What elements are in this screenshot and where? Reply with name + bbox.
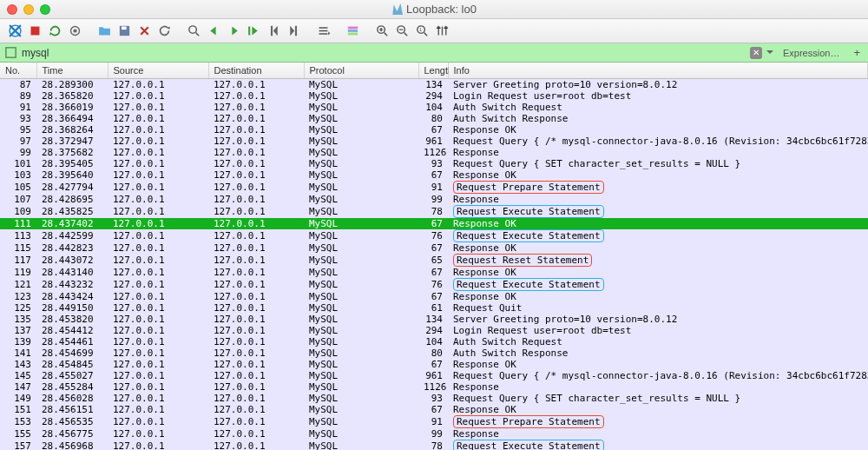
packet-row[interactable]: 15328.456535127.0.0.1127.0.0.1MySQL91Req… bbox=[0, 415, 868, 428]
expression-button[interactable]: Expression… bbox=[778, 48, 845, 58]
go-back-button[interactable] bbox=[204, 22, 223, 41]
start-capture-button[interactable] bbox=[5, 22, 24, 41]
open-file-button[interactable] bbox=[95, 22, 114, 41]
packet-row[interactable]: 9328.366494127.0.0.1127.0.0.1MySQL80Auth… bbox=[0, 113, 868, 124]
auto-scroll-button[interactable] bbox=[313, 22, 332, 41]
annotated-info: Request Execute Statement bbox=[453, 440, 604, 451]
svg-rect-7 bbox=[248, 27, 250, 36]
packet-row[interactable]: 11928.443140127.0.0.1127.0.0.1MySQL67Res… bbox=[0, 267, 868, 278]
column-info-header[interactable]: Info bbox=[448, 63, 868, 78]
packet-row[interactable]: 11328.442599127.0.0.1127.0.0.1MySQL76Req… bbox=[0, 229, 868, 242]
annotated-info: Request Execute Statement bbox=[453, 278, 604, 291]
close-file-button[interactable] bbox=[135, 22, 154, 41]
packet-row[interactable]: 10928.435825127.0.0.1127.0.0.1MySQL78Req… bbox=[0, 205, 868, 218]
packet-row[interactable]: 15728.456968127.0.0.1127.0.0.1MySQL78Req… bbox=[0, 440, 868, 451]
svg-point-6 bbox=[188, 26, 196, 33]
packet-row[interactable]: 10728.428695127.0.0.1127.0.0.1MySQL99Res… bbox=[0, 194, 868, 205]
annotated-info: Request Prepare Statement bbox=[453, 181, 604, 194]
window-title: Loopback: lo0 bbox=[406, 3, 477, 16]
packet-row[interactable]: 12528.449150127.0.0.1127.0.0.1MySQL61Req… bbox=[0, 302, 868, 314]
packet-row[interactable]: 13728.454412127.0.0.1127.0.0.1MySQL294Lo… bbox=[0, 325, 868, 336]
reload-button[interactable] bbox=[155, 22, 174, 41]
packet-row[interactable]: 13928.454461127.0.0.1127.0.0.1MySQL104Au… bbox=[0, 336, 868, 347]
packet-row[interactable]: 9128.366019127.0.0.1127.0.0.1MySQL104Aut… bbox=[0, 102, 868, 113]
packet-row[interactable]: 10128.395405127.0.0.1127.0.0.1MySQL93Req… bbox=[0, 158, 868, 169]
capture-options-button[interactable] bbox=[65, 22, 84, 41]
packet-table: No. Time Source Destination Protocol Len… bbox=[0, 63, 868, 450]
zoom-out-button[interactable] bbox=[392, 22, 411, 41]
annotated-info: Request Reset Statement bbox=[453, 254, 592, 267]
resize-columns-button[interactable] bbox=[432, 22, 451, 41]
main-toolbar: 1 bbox=[0, 19, 868, 43]
clear-filter-button[interactable]: ✕ bbox=[750, 47, 762, 59]
packet-row[interactable]: 12328.443424127.0.0.1127.0.0.1MySQL67Res… bbox=[0, 291, 868, 302]
display-filter-bar: ✕ Expression… + bbox=[0, 43, 868, 63]
column-no-header[interactable]: No. bbox=[0, 63, 36, 78]
save-file-button[interactable] bbox=[115, 22, 134, 41]
annotated-info: Request Execute Statement bbox=[453, 205, 604, 218]
packet-row[interactable]: 12128.443232127.0.0.1127.0.0.1MySQL76Req… bbox=[0, 278, 868, 291]
svg-rect-9 bbox=[347, 30, 357, 32]
packet-row[interactable]: 8728.289300127.0.0.1127.0.0.1MySQL134Ser… bbox=[0, 78, 868, 90]
go-forward-button[interactable] bbox=[224, 22, 243, 41]
svg-text:1: 1 bbox=[418, 27, 421, 32]
column-source-header[interactable]: Source bbox=[108, 63, 208, 78]
colorize-button[interactable] bbox=[343, 22, 362, 41]
bookmark-filter-button[interactable] bbox=[3, 45, 18, 61]
packet-row[interactable]: 9928.375682127.0.0.1127.0.0.1MySQL1126Re… bbox=[0, 147, 868, 158]
svg-rect-8 bbox=[347, 27, 357, 30]
packet-row[interactable]: 14328.454845127.0.0.1127.0.0.1MySQL67Res… bbox=[0, 359, 868, 370]
window-minimize-button[interactable] bbox=[23, 4, 34, 15]
add-filter-tab-button[interactable]: + bbox=[848, 46, 865, 59]
svg-point-3 bbox=[73, 29, 76, 32]
window-titlebar: Loopback: lo0 bbox=[0, 0, 868, 19]
svg-rect-5 bbox=[121, 27, 126, 30]
packet-row[interactable]: 14928.456028127.0.0.1127.0.0.1MySQL93Req… bbox=[0, 393, 868, 404]
column-length-header[interactable]: Length bbox=[418, 63, 448, 78]
packet-row[interactable]: 15128.456151127.0.0.1127.0.0.1MySQL67Res… bbox=[0, 404, 868, 415]
packet-row[interactable]: 8928.365820127.0.0.1127.0.0.1MySQL294Log… bbox=[0, 90, 868, 102]
packet-row[interactable]: 11528.442823127.0.0.1127.0.0.1MySQL67Res… bbox=[0, 242, 868, 254]
annotated-info: Request Prepare Statement bbox=[453, 415, 604, 428]
filter-dropdown-button[interactable] bbox=[766, 48, 774, 58]
restart-capture-button[interactable] bbox=[45, 22, 64, 41]
packet-row[interactable]: 15528.456775127.0.0.1127.0.0.1MySQL99Res… bbox=[0, 428, 868, 440]
annotated-info: Request Execute Statement bbox=[453, 229, 604, 242]
column-destination-header[interactable]: Destination bbox=[208, 63, 304, 78]
window-close-button[interactable] bbox=[7, 4, 17, 15]
wireshark-icon bbox=[391, 3, 403, 15]
window-maximize-button[interactable] bbox=[40, 4, 50, 15]
column-time-header[interactable]: Time bbox=[36, 63, 108, 78]
packet-row[interactable]: 9528.368264127.0.0.1127.0.0.1MySQL67Resp… bbox=[0, 124, 868, 136]
find-packet-button[interactable] bbox=[184, 22, 203, 41]
packet-row[interactable]: 10328.395640127.0.0.1127.0.0.1MySQL67Res… bbox=[0, 169, 868, 181]
svg-rect-10 bbox=[347, 33, 357, 36]
column-protocol-header[interactable]: Protocol bbox=[304, 63, 418, 78]
packet-row[interactable]: 13528.453820127.0.0.1127.0.0.1MySQL134Se… bbox=[0, 314, 868, 325]
packet-row[interactable]: 9728.372947127.0.0.1127.0.0.1MySQL961Req… bbox=[0, 136, 868, 147]
packet-row[interactable]: 11728.443072127.0.0.1127.0.0.1MySQL65Req… bbox=[0, 254, 868, 267]
svg-rect-15 bbox=[5, 48, 15, 57]
zoom-in-button[interactable] bbox=[372, 22, 391, 41]
go-to-packet-button[interactable] bbox=[244, 22, 263, 41]
packet-row[interactable]: 14528.455027127.0.0.1127.0.0.1MySQL961Re… bbox=[0, 370, 868, 381]
stop-capture-button[interactable] bbox=[25, 22, 44, 41]
go-last-button[interactable] bbox=[284, 22, 303, 41]
display-filter-input[interactable] bbox=[18, 45, 750, 61]
packet-row[interactable]: 10528.427794127.0.0.1127.0.0.1MySQL91Req… bbox=[0, 181, 868, 194]
go-first-button[interactable] bbox=[264, 22, 283, 41]
packet-row[interactable]: 11128.437402127.0.0.1127.0.0.1MySQL67Res… bbox=[0, 218, 868, 229]
packet-list-pane[interactable]: No. Time Source Destination Protocol Len… bbox=[0, 63, 868, 450]
svg-rect-1 bbox=[30, 27, 39, 36]
zoom-reset-button[interactable]: 1 bbox=[412, 22, 431, 41]
packet-row[interactable]: 14128.454699127.0.0.1127.0.0.1MySQL80Aut… bbox=[0, 347, 868, 359]
packet-row[interactable]: 14728.455284127.0.0.1127.0.0.1MySQL1126R… bbox=[0, 381, 868, 393]
